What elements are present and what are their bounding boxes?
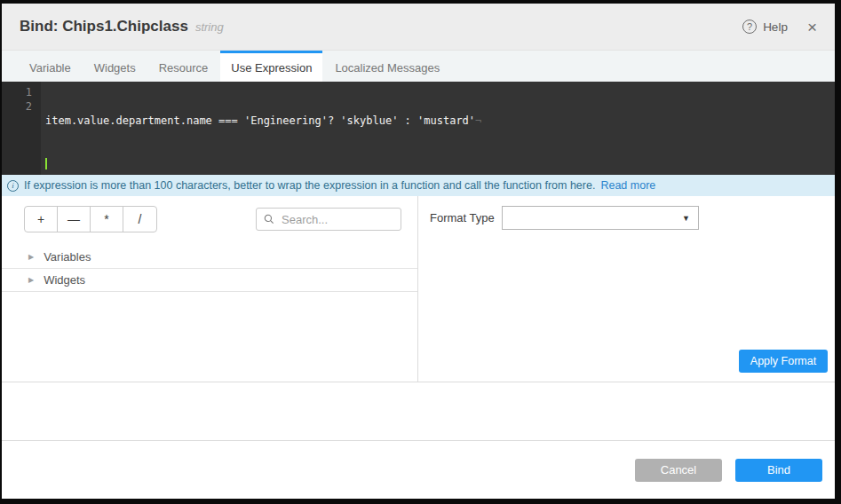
format-type-select[interactable]: ▼: [502, 206, 699, 230]
tab-resource[interactable]: Resource: [148, 51, 219, 82]
source-tree: ▶ Variables ▶ Widgets: [2, 246, 417, 292]
newline-indicator: ¬: [475, 114, 481, 127]
format-type-label: Format Type: [430, 211, 502, 224]
tab-resource-label: Resource: [159, 61, 209, 75]
divide-operator-button[interactable]: /: [123, 207, 156, 232]
format-type-row: Format Type ▼: [418, 206, 835, 230]
plus-operator-button[interactable]: +: [25, 207, 58, 232]
expression-text: item.value.department.name === 'Engineer…: [45, 114, 475, 127]
multiply-operator-button[interactable]: *: [91, 207, 123, 232]
search-icon: [264, 214, 274, 224]
chevron-down-icon: ▼: [682, 214, 690, 223]
editor-code-area[interactable]: item.value.department.name === 'Engineer…: [41, 82, 835, 175]
bind-button[interactable]: Bind: [735, 459, 822, 482]
header-actions: ? Help ×: [742, 19, 817, 35]
tab-variable-label: Variable: [29, 61, 71, 75]
info-icon: i: [7, 180, 19, 192]
chevron-right-icon: ▶: [28, 276, 34, 284]
search-input[interactable]: [280, 212, 393, 227]
empty-section: [2, 382, 835, 441]
expression-panels: + — * / ▶ Variables ▶ Widgets: [2, 196, 835, 382]
dialog-title: Bind: Chips1.Chipclass: [20, 18, 188, 35]
tab-widgets-label: Widgets: [94, 61, 136, 75]
close-icon[interactable]: ×: [807, 19, 817, 35]
format-panel: Format Type ▼ Apply Format: [418, 196, 835, 382]
help-label: Help: [763, 20, 788, 34]
code-line: item.value.department.name === 'Engineer…: [45, 114, 835, 128]
info-banner-text: If expression is more than 100 character…: [24, 179, 595, 192]
tab-widgets[interactable]: Widgets: [83, 51, 147, 82]
tab-variable[interactable]: Variable: [19, 51, 82, 82]
property-type-label: string: [195, 20, 224, 34]
dialog-footer: Cancel Bind: [2, 441, 835, 499]
code-line: [45, 156, 835, 170]
read-more-link[interactable]: Read more: [600, 179, 655, 192]
line-number: 1: [2, 85, 32, 99]
expression-toolbar: + — * /: [2, 206, 417, 232]
tab-bar: Variable Widgets Resource Use Expression…: [2, 50, 835, 82]
line-number: 2: [2, 99, 32, 114]
operator-button-group: + — * /: [24, 206, 157, 232]
title-group: Bind: Chips1.Chipclass string: [20, 18, 224, 35]
tab-use-expression-label: Use Expression: [231, 61, 312, 75]
text-cursor: [45, 158, 47, 169]
tab-localized-messages-label: Localized Messages: [335, 61, 440, 75]
sources-panel: + — * / ▶ Variables ▶ Widgets: [2, 196, 418, 382]
minus-operator-button[interactable]: —: [58, 207, 91, 232]
cancel-button[interactable]: Cancel: [635, 459, 722, 482]
tree-item-variables[interactable]: ▶ Variables: [2, 246, 417, 269]
help-button[interactable]: ? Help: [742, 20, 788, 34]
info-banner: i If expression is more than 100 charact…: [2, 175, 835, 196]
bind-dialog: Bind: Chips1.Chipclass string ? Help × V…: [2, 4, 835, 499]
editor-gutter: 1 2: [2, 82, 41, 175]
tree-item-label: Variables: [44, 250, 91, 264]
expression-code-editor[interactable]: 1 2 item.value.department.name === 'Engi…: [2, 82, 835, 175]
apply-format-button[interactable]: Apply Format: [739, 350, 828, 373]
tab-localized-messages[interactable]: Localized Messages: [324, 51, 450, 82]
tree-item-widgets[interactable]: ▶ Widgets: [2, 269, 417, 292]
tree-item-label: Widgets: [44, 273, 85, 287]
help-icon: ?: [742, 20, 757, 34]
dialog-header: Bind: Chips1.Chipclass string ? Help ×: [2, 4, 835, 50]
search-box[interactable]: [256, 208, 401, 231]
chevron-right-icon: ▶: [28, 253, 34, 261]
tab-use-expression[interactable]: Use Expression: [220, 51, 322, 82]
